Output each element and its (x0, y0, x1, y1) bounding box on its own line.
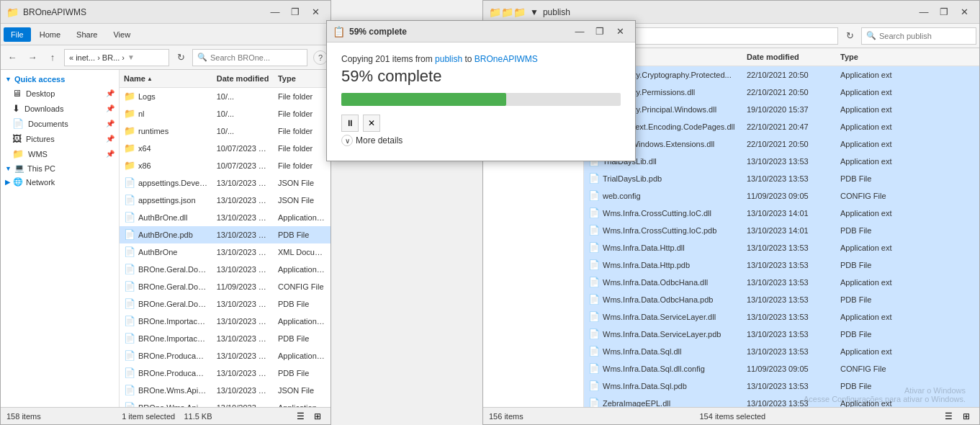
file-icon: 📄 (124, 367, 135, 378)
ribbon-tab-share[interactable]: Share (69, 27, 104, 42)
table-row[interactable]: 📄 m.Security.Cryptography.Protected... 2… (584, 66, 979, 84)
table-row[interactable]: 📄 Wms.Infra.Data.OdbcHana.pdb 13/10/2023… (584, 291, 979, 308)
header-date-modified[interactable]: Date modified (212, 73, 274, 84)
file-icon: 📄 (124, 212, 135, 223)
table-row[interactable]: 📄 BROne.Geral.Dominio.pdb 13/10/2023 13:… (120, 295, 331, 313)
right-restore-button[interactable]: ❐ (935, 5, 953, 19)
table-row[interactable]: 📄 appsettings.json 13/10/2023 11:28 JSON… (120, 192, 331, 209)
table-row[interactable]: 📄 Wms.Infra.CrossCutting.IoC.dll 13/10/2… (584, 205, 979, 222)
sidebar-item-downloads[interactable]: ⬇ Downloads 📌 (1, 101, 119, 116)
right-file-list-header: Name Date modified Type (584, 48, 979, 66)
table-row[interactable]: 📄 Wms.Infra.Data.Sql.pdb 13/10/2023 13:5… (584, 377, 979, 395)
table-row[interactable]: 📄 appsettings.Development.json 13/10/202… (120, 174, 331, 192)
table-row[interactable]: 📄 BROne.Geral.Dominio.dll 13/10/2023 13:… (120, 261, 331, 278)
sidebar-item-desktop[interactable]: 🖥 Desktop 📌 (1, 86, 119, 101)
table-row[interactable]: 📄 BROne.Wms.Api.deps.json 13/10/2023 14:… (120, 382, 331, 399)
right-file-date: 13/10/2023 13:53 (742, 311, 836, 323)
table-row[interactable]: 📄 BROne.Wms.Api.dll 13/10/2023 14:01 App… (120, 399, 331, 407)
file-date: 13/10/2023 14:01 (212, 246, 274, 258)
left-address-dropdown-icon: ▼ (127, 53, 135, 61)
table-row[interactable]: 📄 Wms.Infra.Data.Sql.dll 13/10/2023 13:5… (584, 343, 979, 360)
sidebar-item-wms[interactable]: 📁 WMS 📌 (1, 146, 119, 161)
progress-pause-button[interactable]: ⏸ (341, 115, 359, 132)
file-date: 13/10/2023 13:53 (212, 350, 274, 362)
left-minimize-button[interactable]: — (266, 5, 284, 19)
table-row[interactable]: 📄 AuthBrOne 13/10/2023 14:01 XML Documen… (120, 243, 331, 261)
table-row[interactable]: 📄 web.config 11/09/2023 09:05 CONFIG Fil… (584, 187, 979, 205)
table-row[interactable]: 📄 Wms.Infra.CrossCutting.IoC.pdb 13/10/2… (584, 222, 979, 239)
right-refresh-button[interactable]: ↻ (841, 27, 858, 45)
table-row[interactable]: 📄 m.Security.Permissions.dll 22/10/2021 … (584, 84, 979, 101)
header-type[interactable]: Type (274, 73, 331, 84)
header-name[interactable]: Name ▲ (120, 73, 212, 84)
right-header-date[interactable]: Date modified (742, 51, 836, 63)
left-view-detail-button[interactable]: ☰ (293, 409, 307, 424)
left-search-box[interactable]: 🔍 (192, 49, 307, 66)
table-row[interactable]: 📄 Wms.Infra.Data.ServiceLayer.dll 13/10/… (584, 308, 979, 326)
sidebar-item-this-pc[interactable]: ▼ 💻 This PC (1, 161, 119, 175)
table-row[interactable]: 📄 BROne.Producao.Dominio.dll 13/10/2023 … (120, 347, 331, 364)
left-help-button[interactable]: ? (313, 50, 328, 65)
left-view-large-button[interactable]: ⊞ (310, 409, 325, 424)
table-row[interactable]: 📁 Logs 10/... File folder (120, 88, 331, 105)
right-header-type[interactable]: Type (836, 51, 930, 63)
left-address-path[interactable]: « inet... › BR... › ▼ (64, 49, 169, 66)
table-row[interactable]: 📄 BROne.Importacao.Dominio.dll 13/10/202… (120, 313, 331, 330)
right-search-box[interactable]: 🔍 (861, 27, 976, 45)
table-row[interactable]: 📄 AuthBrOne.pdb 13/10/2023 14:01 PDB Fil… (120, 226, 331, 243)
progress-more-details-button[interactable]: ∨ More details (341, 132, 403, 149)
file-type: Application ext (274, 316, 331, 327)
table-row[interactable]: 📁 x64 10/07/2023 10:59 File folder (120, 140, 331, 157)
right-view-large-button[interactable]: ⊞ (959, 409, 974, 424)
table-row[interactable]: 📁 x86 10/07/2023 10:59 File folder (120, 157, 331, 174)
ribbon-tab-file[interactable]: File (4, 27, 31, 42)
progress-close-button[interactable]: ✕ (611, 24, 629, 39)
left-content-area: ▼ Quick access 🖥 Desktop 📌 ⬇ Downloads 📌… (1, 70, 331, 407)
table-row[interactable]: 📄 BROne.Geral.Dominio.dll.config 11/09/2… (120, 278, 331, 295)
progress-from-text: Copying 201 items from publish to BROneA… (341, 54, 621, 64)
right-search-input[interactable] (879, 32, 971, 40)
progress-restore-button[interactable]: ❐ (590, 24, 609, 39)
left-close-button[interactable]: ✕ (306, 5, 325, 19)
table-row[interactable]: 📄 TrialDaysLib.pdb 13/10/2023 13:53 PDB … (584, 170, 979, 187)
right-file-date: 13/10/2023 13:53 (742, 294, 836, 305)
table-row[interactable]: 📄 System.Text.Encoding.CodePages.dll 22/… (584, 118, 979, 135)
left-restore-button[interactable]: ❐ (286, 5, 305, 19)
sidebar-item-pictures[interactable]: 🖼 Pictures 📌 (1, 131, 119, 146)
table-row[interactable]: 📁 nl 10/... File folder (120, 105, 331, 122)
table-row[interactable]: 📄 Wms.Infra.Data.ServiceLayer.pdb 13/10/… (584, 326, 979, 343)
left-search-input[interactable] (210, 53, 302, 62)
table-row[interactable]: 📄 Wms.Infra.Data.OdbcHana.dll 13/10/2023… (584, 274, 979, 291)
progress-minimize-button[interactable]: — (570, 24, 589, 39)
left-refresh-button[interactable]: ↻ (172, 49, 189, 66)
sidebar-item-documents[interactable]: 📄 Documents 📌 (1, 116, 119, 131)
right-file-name: web.config (603, 192, 641, 200)
progress-cancel-button[interactable]: ✕ (363, 115, 380, 132)
right-close-button[interactable]: ✕ (955, 5, 974, 19)
table-row[interactable]: 📁 runtimes 10/... File folder (120, 122, 331, 140)
sidebar-item-quick-access[interactable]: ▼ Quick access (1, 73, 119, 86)
table-row[interactable]: 📄 Wms.Infra.Data.Http.dll 13/10/2023 13:… (584, 239, 979, 256)
right-file-name: Wms.Infra.Data.Http.dll (603, 243, 685, 252)
table-row[interactable]: 📄 System.Windows.Extensions.dll 22/10/20… (584, 135, 979, 153)
table-row[interactable]: 📄 Wms.Infra.Data.Http.pdb 13/10/2023 13:… (584, 256, 979, 274)
right-file-icon: 📄 (588, 242, 600, 253)
right-view-detail-button[interactable]: ☰ (942, 409, 956, 424)
file-type: JSON File (274, 194, 331, 206)
table-row[interactable]: 📄 ZebraImageEPL.dll 13/10/2023 13:53 App… (584, 395, 979, 407)
left-up-button[interactable]: ↑ (44, 49, 61, 66)
table-row[interactable]: 📄 AuthBrOne.dll 13/10/2023 14:01 Applica… (120, 209, 331, 226)
ribbon-tab-home[interactable]: Home (32, 27, 68, 42)
table-row[interactable]: 📄 m.Security.Principal.Windows.dll 19/10… (584, 101, 979, 118)
left-back-button[interactable]: ← (4, 49, 21, 66)
table-row[interactable]: 📄 BROne.Producao.Dominio.pdb 13/10/2023 … (120, 364, 331, 382)
left-forward-button[interactable]: → (24, 49, 41, 66)
right-window-folder-icons: 📁📁📁 (489, 6, 526, 18)
table-row[interactable]: 📄 BROne.Importacao.Dominio.pdb 13/10/202… (120, 330, 331, 347)
right-minimize-button[interactable]: — (914, 5, 933, 19)
table-row[interactable]: 📄 Wms.Infra.Data.Sql.dll.config 11/09/20… (584, 360, 979, 377)
left-file-list: Name ▲ Date modified Type 📁 Logs 10/... … (120, 70, 331, 407)
sidebar-item-network[interactable]: ▶ 🌐 Network (1, 175, 119, 189)
table-row[interactable]: 📄 TrialDaysLib.dll 13/10/2023 13:53 Appl… (584, 153, 979, 170)
ribbon-tab-view[interactable]: View (106, 27, 138, 42)
